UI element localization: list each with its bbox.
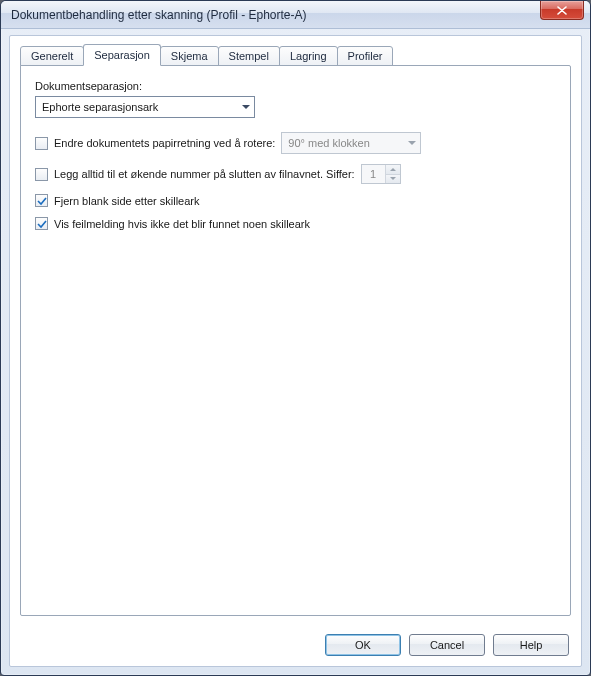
row-number-suffix: Legg alltid til et økende nummer på slut… <box>35 164 556 184</box>
cancel-button[interactable]: Cancel <box>409 634 485 656</box>
window-title: Dokumentbehandling etter skanning (Profi… <box>11 8 307 22</box>
remove-blank-label: Fjern blank side etter skilleark <box>54 195 200 207</box>
separation-method-combo[interactable]: Ephorte separasjonsark <box>35 96 255 118</box>
chevron-down-icon <box>390 177 396 180</box>
tab-lagring[interactable]: Lagring <box>279 46 338 66</box>
tab-profiler[interactable]: Profiler <box>337 46 394 66</box>
tabpage-separasjon: Dokumentseparasjon: Ephorte separasjonsa… <box>20 65 571 616</box>
number-suffix-label: Legg alltid til et økende nummer på slut… <box>54 168 355 180</box>
ok-button[interactable]: OK <box>325 634 401 656</box>
rotate-checkbox[interactable] <box>35 137 48 150</box>
titlebar[interactable]: Dokumentbehandling etter skanning (Profi… <box>1 1 590 29</box>
digits-down-button[interactable] <box>386 175 400 184</box>
tab-generelt[interactable]: Generelt <box>20 46 84 66</box>
rotate-angle-combo[interactable]: 90° med klokken <box>281 132 421 154</box>
number-suffix-checkbox[interactable] <box>35 168 48 181</box>
row-show-error: Vis feilmelding hvis ikke det blir funne… <box>35 217 556 230</box>
chevron-down-icon <box>242 105 250 109</box>
tabstrip: Generelt Separasjon Skjema Stempel Lagri… <box>20 46 571 66</box>
tab-separasjon[interactable]: Separasjon <box>83 44 161 66</box>
close-button[interactable] <box>540 1 584 20</box>
dialog-buttons: OK Cancel Help <box>10 626 581 666</box>
row-remove-blank: Fjern blank side etter skilleark <box>35 194 556 207</box>
rotate-label: Endre dokumentets papirretning ved å rot… <box>54 137 275 149</box>
digits-spinner[interactable]: 1 <box>361 164 401 184</box>
digits-up-button[interactable] <box>386 165 400 175</box>
remove-blank-checkbox[interactable] <box>35 194 48 207</box>
show-error-checkbox[interactable] <box>35 217 48 230</box>
tab-stempel[interactable]: Stempel <box>218 46 280 66</box>
separation-method-value: Ephorte separasjonsark <box>42 101 158 113</box>
dialog-window: Dokumentbehandling etter skanning (Profi… <box>0 0 591 676</box>
rotate-angle-value: 90° med klokken <box>288 137 369 149</box>
row-rotate: Endre dokumentets papirretning ved å rot… <box>35 132 556 154</box>
client-area: Generelt Separasjon Skjema Stempel Lagri… <box>9 35 582 667</box>
chevron-up-icon <box>390 168 396 171</box>
show-error-label: Vis feilmelding hvis ikke det blir funne… <box>54 218 310 230</box>
tabs: Generelt Separasjon Skjema Stempel Lagri… <box>10 36 581 65</box>
tab-skjema[interactable]: Skjema <box>160 46 219 66</box>
chevron-down-icon <box>408 141 416 145</box>
digits-value: 1 <box>362 165 386 183</box>
separation-label: Dokumentseparasjon: <box>35 80 556 92</box>
help-button[interactable]: Help <box>493 634 569 656</box>
close-icon <box>557 6 567 15</box>
